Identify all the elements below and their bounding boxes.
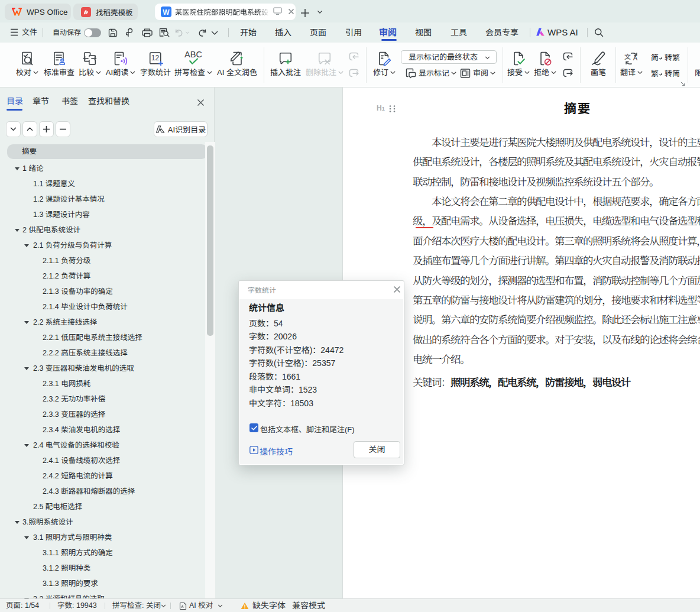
svg-text:A: A	[633, 54, 638, 61]
svg-text:文: 文	[624, 51, 631, 61]
svg-text:12: 12	[151, 54, 160, 62]
svg-text:ABC: ABC	[184, 50, 202, 59]
svg-text:W: W	[163, 8, 170, 17]
